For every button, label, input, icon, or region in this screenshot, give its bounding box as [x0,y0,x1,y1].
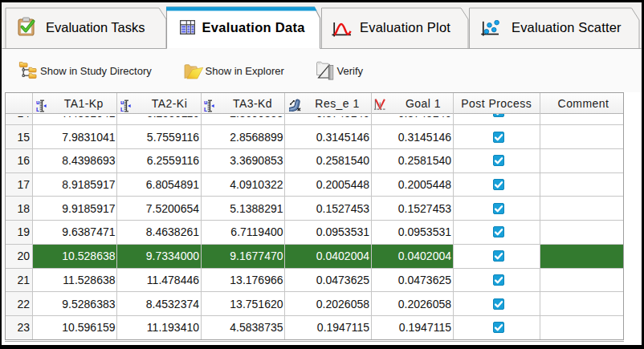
svg-text:L: L [204,107,208,112]
svg-text:u: u [36,99,39,105]
svg-text:L: L [36,107,40,112]
svg-text:u: u [204,99,207,105]
svg-text:L: L [120,107,124,112]
svg-text:u: u [120,99,124,105]
